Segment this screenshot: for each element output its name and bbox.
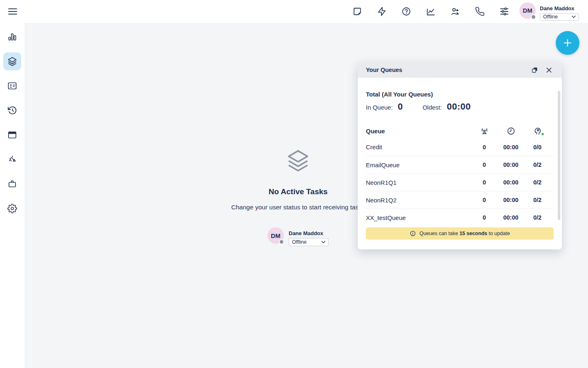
- contact-card-icon: [7, 81, 17, 91]
- queue-row[interactable]: XX_testQueue 0 00:00 0/2: [366, 209, 554, 226]
- status-select-value: Offline: [543, 14, 558, 20]
- close-icon[interactable]: [545, 66, 553, 74]
- waiting-clock-icon: [499, 126, 523, 136]
- sidebar-item-dashboard[interactable]: [3, 28, 21, 46]
- gear-icon: [7, 204, 17, 213]
- queue-name: Credit: [366, 144, 470, 150]
- panel-scrollbar[interactable]: [558, 91, 560, 220]
- avatar: DM: [267, 227, 284, 244]
- totals-row: In Queue: 0 Oldest: 00:00: [366, 101, 554, 112]
- status-select[interactable]: Offline: [289, 238, 329, 246]
- lightning-icon[interactable]: [377, 7, 387, 16]
- queue-oldest-time: 00:00: [499, 162, 523, 168]
- notice-text: Queues can take 15 seconds to update: [419, 231, 510, 236]
- queue-name: NeonR1Q1: [366, 179, 470, 186]
- info-icon: [410, 230, 416, 237]
- panel-header[interactable]: Your Queues: [358, 62, 562, 78]
- queue-name: NeonR1Q2: [366, 197, 470, 204]
- layers-icon: [7, 56, 17, 66]
- sidebar-item-workspace[interactable]: [3, 126, 21, 144]
- queue-oldest-time: 00:00: [499, 214, 523, 221]
- bar-chart-icon: [7, 32, 17, 42]
- total-queues-heading: Total (All Your Queues): [366, 91, 554, 98]
- sidebar-item-contacts[interactable]: [3, 77, 21, 95]
- sliders-icon[interactable]: [499, 7, 509, 16]
- queue-agents-ratio: 0/0: [525, 144, 550, 150]
- queue-table-header: Queue: [366, 123, 554, 138]
- plus-icon: [562, 38, 573, 48]
- queue-contacts-icon: [472, 126, 497, 136]
- agents-column-header: [525, 126, 550, 136]
- panel-title: Your Queues: [366, 67, 531, 73]
- oldest-value: 00:00: [447, 101, 471, 112]
- queue-oldest-time: 00:00: [499, 179, 523, 186]
- offline-status-dot: [279, 239, 284, 245]
- browser-window-icon: [7, 130, 17, 140]
- topbar-user-block: DM Dane Maddox Offline: [519, 2, 579, 21]
- in-queue-label: In Queue:: [366, 104, 393, 111]
- history-icon: [7, 105, 17, 115]
- user-name: Dane Maddox: [540, 6, 579, 11]
- sidebar-item-tasks[interactable]: [3, 52, 21, 70]
- in-queue-value: 0: [398, 101, 403, 112]
- help-icon[interactable]: [401, 7, 411, 16]
- briefcase-icon: [7, 179, 17, 189]
- status-select-value: Offline: [292, 239, 307, 245]
- queue-row[interactable]: Credit 0 00:00 0/0: [366, 138, 554, 156]
- queues-update-notice: Queues can take 15 seconds to update: [366, 227, 554, 240]
- queue-in-queue-count: 0: [472, 144, 497, 150]
- status-select[interactable]: Offline: [540, 13, 579, 21]
- popout-icon[interactable]: [531, 66, 539, 74]
- sidebar-item-settings[interactable]: [3, 200, 21, 218]
- queue-agents-ratio: 0/2: [525, 197, 550, 203]
- analytics-icon[interactable]: [426, 7, 436, 16]
- queue-in-queue-count: 0: [472, 179, 497, 186]
- phone-icon[interactable]: [475, 7, 485, 16]
- agents-headset-icon: [533, 126, 542, 136]
- queue-in-queue-count: 0: [472, 162, 497, 168]
- queue-agents-ratio: 0/2: [525, 162, 550, 168]
- avatar-initials: DM: [271, 232, 280, 239]
- chevron-down-icon: [572, 16, 576, 18]
- layers-empty-icon: [286, 148, 310, 172]
- oldest-label: Oldest:: [423, 104, 442, 111]
- queue-agents-ratio: 0/2: [525, 214, 550, 221]
- queue-column-header: Queue: [366, 128, 470, 135]
- queue-row[interactable]: NeonR1Q2 0 00:00 0/2: [366, 191, 554, 209]
- queue-agents-ratio: 0/2: [525, 179, 550, 186]
- queue-name: XX_testQueue: [366, 214, 470, 221]
- queue-oldest-time: 00:00: [499, 197, 523, 203]
- topbar-icon-group: [352, 7, 509, 16]
- queue-row[interactable]: EmailQueue 0 00:00 0/2: [366, 156, 554, 173]
- queue-oldest-time: 00:00: [499, 144, 523, 150]
- construction-icon: [7, 155, 17, 164]
- avatar[interactable]: DM: [519, 2, 536, 19]
- user-name: Dane Maddox: [289, 231, 329, 236]
- your-queues-panel: Your Queues Total (All Your Queues) In Q…: [358, 62, 562, 249]
- queue-in-queue-count: 0: [472, 214, 497, 221]
- note-icon[interactable]: [352, 7, 362, 16]
- sidebar-item-activity-history[interactable]: [3, 101, 21, 119]
- queue-in-queue-count: 0: [472, 197, 497, 203]
- queue-row[interactable]: NeonR1Q1 0 00:00 0/2: [366, 173, 554, 191]
- agents-available-dot: [541, 133, 544, 135]
- sidebar: [0, 23, 24, 368]
- avatar-initials: DM: [523, 7, 532, 14]
- hamburger-menu-icon[interactable]: [7, 6, 18, 17]
- sidebar-item-work-apps[interactable]: [3, 175, 21, 193]
- contacts-icon[interactable]: [450, 7, 460, 16]
- offline-status-dot: [531, 14, 536, 20]
- top-bar: DM Dane Maddox Offline: [0, 0, 588, 23]
- chevron-down-icon: [321, 241, 325, 243]
- sidebar-item-builder[interactable]: [3, 150, 21, 168]
- queue-name: EmailQueue: [366, 162, 470, 168]
- add-task-button[interactable]: [556, 31, 579, 55]
